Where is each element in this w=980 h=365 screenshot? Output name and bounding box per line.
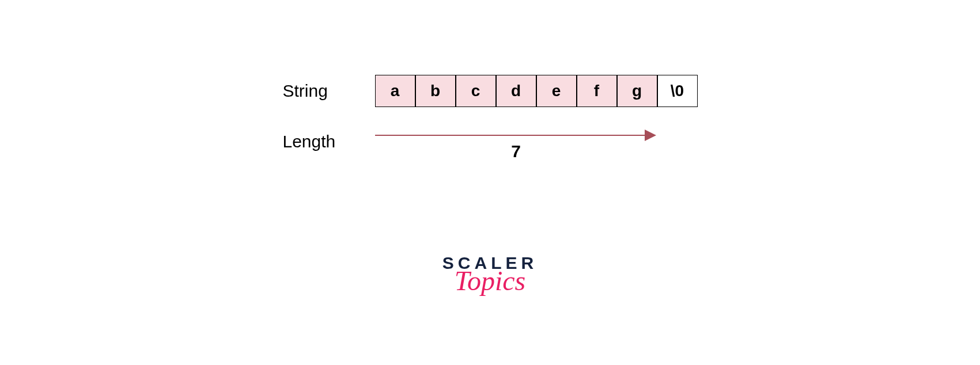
string-cells: a b c d e f g \0 bbox=[375, 75, 698, 107]
string-row: String a b c d e f g \0 bbox=[283, 75, 698, 107]
cell-2: c bbox=[456, 75, 496, 107]
cell-1: b bbox=[415, 75, 456, 107]
scaler-logo: SCALER Topics bbox=[442, 253, 538, 296]
length-label: Length bbox=[283, 132, 375, 151]
diagram-container: String a b c d e f g \0 Length 7 bbox=[283, 75, 698, 153]
cell-3: d bbox=[496, 75, 536, 107]
arrow-line bbox=[375, 135, 646, 136]
cell-6: g bbox=[617, 75, 657, 107]
cell-0: a bbox=[375, 75, 415, 107]
length-arrow: 7 bbox=[375, 130, 657, 153]
length-value: 7 bbox=[511, 142, 521, 161]
cell-7: \0 bbox=[657, 75, 698, 107]
logo-text-bottom: Topics bbox=[442, 265, 538, 296]
string-label: String bbox=[283, 81, 375, 101]
cell-5: f bbox=[577, 75, 617, 107]
cell-4: e bbox=[536, 75, 577, 107]
length-row: Length 7 bbox=[283, 130, 698, 153]
arrow-head-icon bbox=[645, 130, 656, 141]
